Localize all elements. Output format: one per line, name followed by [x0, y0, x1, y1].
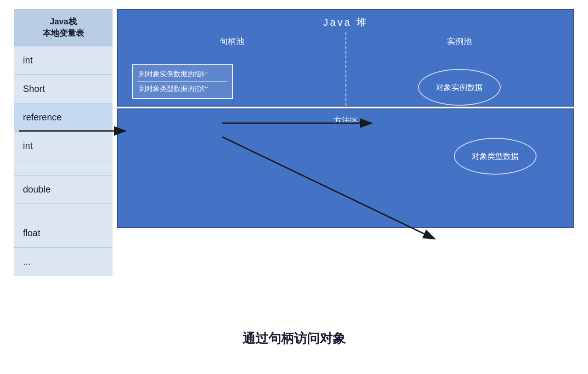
ellipse-type: 对象类型数据 [454, 138, 537, 175]
caption: 通过句柄访问对象 [243, 330, 345, 347]
sidebar-item-dots: ... [14, 247, 113, 276]
handle-row2: 到对象类型数据的指针 [137, 82, 227, 96]
instance-pool-label: 实例池 [447, 32, 472, 51]
java-heap-title: Java 堆 [118, 10, 573, 32]
method-area-content: 对象类型数据 [118, 129, 573, 175]
java-heap: Java 堆 句柄池 到对象实例数据的指针 到对象类型数据的指针 实例池 [117, 9, 574, 107]
method-area: 方法区 对象类型数据 [117, 108, 574, 228]
sidebar-item-empty2 [14, 204, 113, 219]
sidebar-header: Java栈 本地变量表 [14, 9, 113, 46]
method-area-label: 方法区 [118, 109, 573, 129]
sidebar-item-double: double [14, 175, 113, 204]
instance-pool: 实例池 对象实例数据 [346, 32, 574, 106]
sidebar: Java栈 本地变量表 int Short reference int doub… [14, 9, 113, 322]
heap-sections: 句柄池 到对象实例数据的指针 到对象类型数据的指针 实例池 对象实例数据 [118, 32, 573, 106]
handle-row1: 到对象实例数据的指针 [137, 67, 227, 82]
sidebar-item-reference: reference [14, 103, 113, 131]
sidebar-item-int1: int [14, 46, 113, 74]
diagram-wrapper: Java 堆 句柄池 到对象实例数据的指针 到对象类型数据的指针 实例池 [113, 9, 574, 322]
sidebar-item-float: float [14, 219, 113, 247]
ellipse-instance: 对象实例数据 [418, 69, 501, 106]
sidebar-item-empty1 [14, 160, 113, 175]
sentence-handle-pool: 句柄池 到对象实例数据的指针 到对象类型数据的指针 [118, 32, 346, 106]
diagram-area: Java 堆 句柄池 到对象实例数据的指针 到对象类型数据的指针 实例池 [117, 9, 574, 228]
sidebar-item-short: Short [14, 74, 113, 103]
main-content: Java栈 本地变量表 int Short reference int doub… [14, 9, 574, 322]
sidebar-item-int2: int [14, 131, 113, 160]
sentence-handle-label: 句柄池 [118, 32, 346, 51]
handle-box: 到对象实例数据的指针 到对象类型数据的指针 [132, 64, 233, 99]
